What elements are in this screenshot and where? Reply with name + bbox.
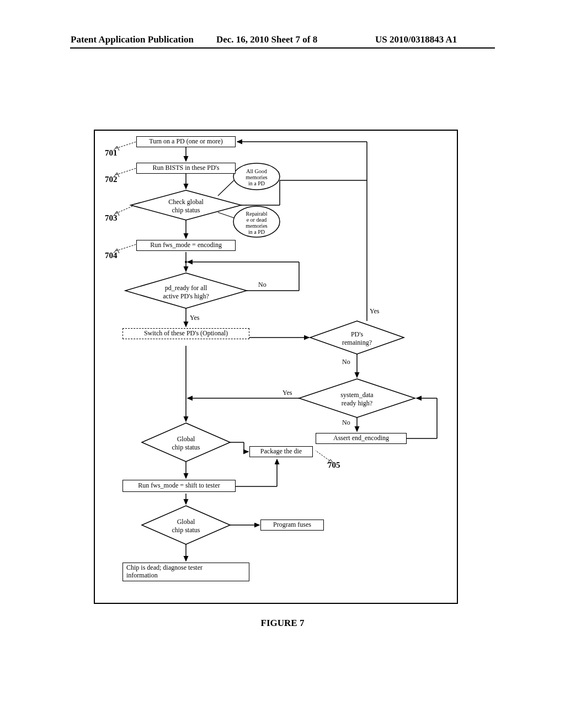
ref-704: 704	[105, 251, 118, 260]
svg-line-9	[218, 212, 234, 218]
step-program-fuses: Program fuses	[260, 520, 324, 531]
ref-703: 703	[105, 213, 118, 223]
svg-line-10	[116, 142, 136, 148]
step-switch-off-optional: Switch of these PD's (Optional)	[122, 328, 249, 339]
decision-pds-remaining: PD'sremaining?	[335, 330, 379, 347]
header-rule	[70, 47, 495, 49]
label-yes-pdready: Yes	[190, 314, 199, 322]
step-assert-end-encoding: Assert end_encoding	[316, 433, 407, 444]
svg-line-8	[218, 180, 234, 196]
figure-caption: FIGURE 7	[0, 618, 565, 629]
label-no-system-data: No	[342, 419, 350, 427]
ref-702: 702	[105, 175, 118, 184]
decision-check-global-status: Check globalchip status	[156, 198, 216, 215]
step-turn-on-pd: Turn on a PD (one or more)	[136, 136, 236, 147]
step-run-bists: Run BISTS in these PD's	[136, 163, 236, 174]
label-no-pdready: No	[258, 281, 266, 289]
page: Patent Application Publication Dec. 16, …	[0, 0, 565, 728]
step-run-fws-encoding: Run fws_mode = encoding	[136, 240, 236, 251]
svg-line-11	[116, 168, 136, 175]
ref-701: 701	[105, 148, 118, 158]
figure-frame: Turn on a PD (one or more) Run BISTS in …	[94, 130, 458, 604]
header-left: Patent Application Publication	[71, 34, 194, 45]
callout-repairable: Repairable or deadmemoriesin a PD	[238, 211, 275, 235]
header-right: US 2010/0318843 A1	[375, 34, 457, 45]
step-package-die: Package the die	[249, 446, 313, 457]
step-chip-dead: Chip is dead; diagnose testerinformation	[122, 563, 249, 581]
decision-global-status-1: Globalchip status	[164, 435, 208, 452]
flowchart-svg	[95, 131, 459, 605]
svg-line-14	[316, 451, 329, 461]
header-center: Dec. 16, 2010 Sheet 7 of 8	[216, 34, 317, 45]
step-run-fws-shift: Run fws_mode = shift to tester	[122, 480, 236, 492]
ref-705: 705	[328, 461, 340, 470]
callout-all-good: All Goodmemoriesin a PD	[238, 168, 275, 186]
label-no-pds-remaining: No	[342, 358, 350, 366]
decision-pd-ready: pd_ready for allactive PD's high?	[156, 284, 216, 301]
decision-global-status-2: Globalchip status	[164, 518, 208, 534]
decision-system-data-ready: system_dataready high?	[329, 391, 385, 408]
label-yes-pds-remaining: Yes	[370, 307, 379, 315]
svg-point-22	[185, 261, 187, 263]
page-header: Patent Application Publication Dec. 16, …	[0, 47, 565, 49]
svg-line-13	[116, 244, 136, 251]
label-yes-system-data: Yes	[282, 389, 292, 397]
svg-line-12	[116, 206, 134, 213]
